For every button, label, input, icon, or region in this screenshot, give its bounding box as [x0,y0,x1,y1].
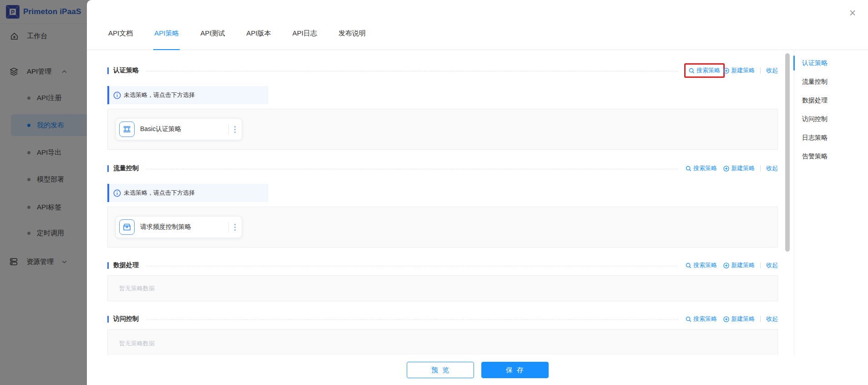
anchor-traffic-control[interactable]: 流量控制 [794,72,868,91]
search-icon [686,316,691,322]
plus-circle-icon [723,263,729,268]
api-detail-drawer: API文档 API策略 API测试 API版本 API日志 发布说明 × 认证策… [87,0,868,385]
section-title: 数据处理 [113,261,139,269]
kebab-menu-icon[interactable] [233,223,237,232]
policy-content: 认证策略 搜索策略 新建策略 [87,51,868,355]
close-icon[interactable]: × [845,5,860,20]
section-header-data: 数据处理 搜索策略 新建策略 收起 [107,261,778,269]
divider [228,124,229,134]
dashed-leader [146,169,678,169]
search-policy-link[interactable]: 搜索策略 [689,66,720,75]
anchor-data-processing[interactable]: 数据处理 [794,91,868,110]
search-policy-link[interactable]: 搜索策略 [686,164,717,172]
tab-api-policy[interactable]: API策略 [153,29,180,50]
plus-circle-icon [723,316,729,322]
policy-anchor-nav: 认证策略 流量控制 数据处理 访问控制 日志策略 告警策略 [794,51,868,355]
dashed-leader [146,71,678,71]
policy-card-rate-limit[interactable]: 请求频度控制策略 [116,216,242,238]
create-policy-link[interactable]: 新建策略 [723,164,755,172]
anchor-access-control[interactable]: 访问控制 [794,110,868,128]
drawer-footer: 预览 保存 [87,355,868,385]
search-policy-link[interactable]: 搜索策略 [686,315,717,323]
policy-main: 认证策略 搜索策略 新建策略 [107,51,778,355]
policy-card-label: Basic认证策略 [140,125,228,133]
divider [760,316,761,322]
kebab-menu-icon[interactable] [233,125,237,134]
section-header-access: 访问控制 搜索策略 新建策略 收起 [107,315,778,323]
policy-card-label: 请求频度控制策略 [140,223,228,231]
collapse-link[interactable]: 收起 [766,261,778,269]
tab-release-notes[interactable]: 发布说明 [338,29,367,50]
anchor-log-policy[interactable]: 日志策略 [794,128,868,147]
info-icon [113,189,121,197]
screen: P Primeton iPaaS 工作台 AP [0,0,868,385]
search-icon [689,68,695,74]
no-policy-banner: 未选策略，请点击下方选择 [107,184,268,202]
search-policy-link[interactable]: 搜索策略 [686,261,717,269]
divider [760,67,761,74]
divider [760,262,761,268]
dashed-leader [146,319,678,320]
api-tabbar: API文档 API策略 API测试 API版本 API日志 发布说明 × [87,0,868,50]
basic-auth-icon [119,122,135,137]
divider [228,222,229,232]
preview-button[interactable]: 预览 [407,362,474,378]
create-policy-link[interactable]: 新建策略 [723,261,755,269]
plus-circle-icon [723,68,729,74]
info-icon [113,91,121,99]
plus-circle-icon [723,166,729,172]
annotation-highlight-box: 搜索策略 [684,63,725,78]
section-bar [107,262,109,269]
collapse-link[interactable]: 收起 [766,66,778,75]
section-bar [107,165,109,172]
anchor-auth-policy[interactable]: 认证策略 [794,54,868,72]
no-policy-banner: 未选策略，请点击下方选择 [107,86,268,104]
scrollbar-thumb[interactable] [785,53,790,252]
tab-api-doc[interactable]: API文档 [107,29,134,50]
section-bar [107,67,109,74]
policy-card-tray: 请求频度控制策略 [107,207,778,248]
dashed-leader [146,266,678,266]
create-policy-link[interactable]: 新建策略 [723,315,755,323]
tab-api-version[interactable]: API版本 [246,29,272,50]
section-bar [107,316,109,323]
tab-api-log[interactable]: API日志 [292,29,318,50]
section-title: 认证策略 [113,66,139,75]
section-header-traffic: 流量控制 搜索策略 新建策略 收起 [107,164,778,172]
save-button[interactable]: 保存 [481,362,549,378]
section-title: 流量控制 [113,164,139,172]
tab-api-test[interactable]: API测试 [199,29,226,50]
collapse-link[interactable]: 收起 [766,315,778,323]
search-icon [686,166,691,172]
empty-policy-placeholder: 暂无策略数据 [107,329,778,355]
empty-policy-placeholder: 暂无策略数据 [107,275,778,301]
divider [760,165,761,172]
section-header-auth: 认证策略 搜索策略 新建策略 [107,66,778,75]
search-icon [686,263,691,268]
collapse-link[interactable]: 收起 [766,164,778,172]
section-title: 访问控制 [113,315,139,323]
package-icon [119,219,135,235]
create-policy-link[interactable]: 新建策略 [723,66,755,75]
anchor-alert-policy[interactable]: 告警策略 [794,147,868,166]
policy-card-tray: Basic认证策略 [107,109,778,150]
policy-card-basic-auth[interactable]: Basic认证策略 [116,118,242,140]
